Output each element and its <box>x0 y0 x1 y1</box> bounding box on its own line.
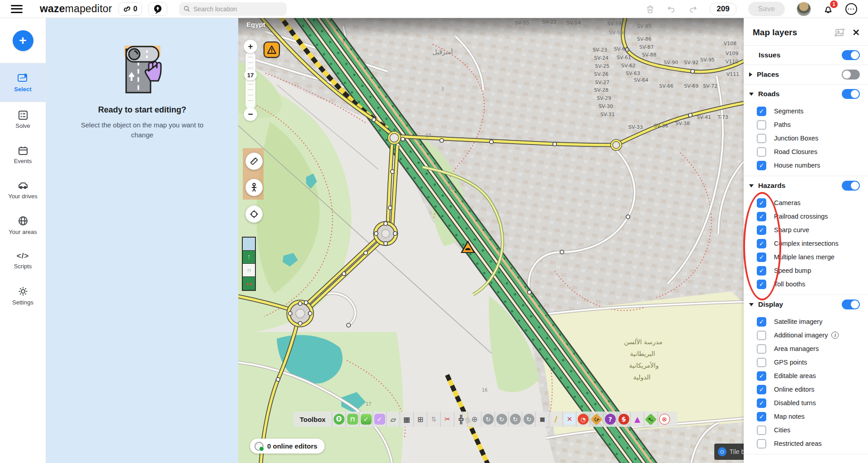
layer-item-gps-points[interactable]: GPS points <box>744 355 868 369</box>
sidebar-item-events[interactable]: Events <box>0 137 46 173</box>
map-canvas[interactable]: SV-58 SV-85 SV-59 SV-86 SV-87 SV-88 SV-6… <box>238 18 744 463</box>
hazards-toggle[interactable] <box>842 181 860 191</box>
app-logo[interactable]: wazemapeditor <box>40 3 112 15</box>
map-issues-warning-button[interactable] <box>264 42 280 58</box>
toolbox-icon-roundabout-2[interactable]: ↻ <box>495 412 508 427</box>
sidebar-item-your-areas[interactable]: Your areas <box>0 208 46 243</box>
hamburger-menu-icon[interactable] <box>11 5 23 13</box>
checkbox[interactable] <box>757 212 766 221</box>
toolbox-icon-purple-check[interactable]: ✓ <box>373 412 386 427</box>
toolbox-icon-delete-restrictions[interactable]: ✕ <box>562 412 576 427</box>
tile-buffer-button[interactable]: ⊙ Tile bu <box>714 444 744 460</box>
permalink-button[interactable]: 0 <box>118 2 142 16</box>
caret-down-icon[interactable] <box>749 303 754 306</box>
layer-item-complex-intersections[interactable]: Complex intersections <box>744 237 868 250</box>
zoom-level-badge[interactable]: 17 <box>244 70 257 80</box>
toolbox-icon-copy-segments[interactable]: ⊞ <box>413 412 427 427</box>
close-icon[interactable]: ✕ <box>852 27 860 38</box>
toolbox-icon-closure-clock[interactable]: ◔ <box>576 412 590 427</box>
layer-item-restricted-areas[interactable]: Restricted areas <box>744 437 868 450</box>
imagery-swap-icon[interactable] <box>834 28 845 37</box>
layer-section-places[interactable]: Places <box>744 65 868 84</box>
speed-bump-hazard-marker[interactable] <box>461 240 475 253</box>
layer-section-roads[interactable]: Roads <box>744 84 868 103</box>
checkbox[interactable] <box>757 344 766 354</box>
issues-toggle[interactable] <box>842 50 860 60</box>
save-button[interactable]: Save <box>748 2 785 16</box>
places-toggle[interactable] <box>842 70 860 80</box>
layer-item-online-editors[interactable]: Online editors <box>744 383 868 396</box>
layer-item-sharp-curve[interactable]: Sharp curve <box>744 223 868 237</box>
toolbox-icon-uturn-orange[interactable]: ↺ <box>590 412 603 427</box>
toolbox-icon-roundabout-1[interactable]: ↻ <box>481 412 495 427</box>
redo-icon[interactable] <box>688 5 698 14</box>
locate-me-button[interactable] <box>245 206 263 223</box>
messages-icon[interactable]: ··· <box>845 3 857 15</box>
toolbox-icon-measure-ruler[interactable]: ▱ <box>386 412 400 427</box>
layer-item-cameras[interactable]: Cameras <box>744 196 868 210</box>
checkbox[interactable] <box>757 358 766 367</box>
checkbox[interactable] <box>757 198 766 208</box>
toolbox-icon-broom[interactable]: ∕ <box>549 412 562 427</box>
search-box[interactable] <box>179 2 287 16</box>
checkbox[interactable] <box>757 317 766 327</box>
street-view-button[interactable] <box>245 179 263 196</box>
checkbox[interactable] <box>757 426 766 435</box>
toolbox-icon-question[interactable]: ? <box>603 412 617 427</box>
toolbox-icon-scissors[interactable]: ✂ <box>440 412 454 427</box>
checkbox[interactable] <box>757 266 766 276</box>
checkbox[interactable] <box>757 398 766 408</box>
toolbox-icon-script-power[interactable]: ʘ <box>332 412 345 427</box>
checkbox[interactable] <box>757 385 766 394</box>
caret-down-icon[interactable] <box>749 93 754 96</box>
add-new-button[interactable]: + <box>13 30 33 51</box>
feedback-button[interactable] <box>148 2 167 16</box>
sidebar-item-scripts[interactable]: </> Scripts <box>0 243 46 278</box>
layer-item-cities[interactable]: Cities <box>744 423 868 437</box>
layer-item-map-notes[interactable]: Map notes <box>744 410 868 423</box>
checkbox[interactable] <box>757 239 766 248</box>
checkbox[interactable] <box>757 147 766 157</box>
checkbox[interactable] <box>757 161 766 170</box>
layer-item-toll-booths[interactable]: Toll booths <box>744 277 868 291</box>
user-avatar[interactable] <box>797 2 811 16</box>
edit-count-badge[interactable]: 209 <box>710 3 736 15</box>
info-icon[interactable] <box>831 332 839 339</box>
layer-item-disabled-turns[interactable]: Disabled turns <box>744 396 868 410</box>
search-input[interactable] <box>193 5 275 13</box>
sidebar-item-solve[interactable]: Solve <box>0 102 46 137</box>
checkbox[interactable] <box>757 107 766 116</box>
roads-toggle[interactable] <box>842 89 860 99</box>
measure-tool-button[interactable] <box>245 153 263 170</box>
zoom-slider[interactable]: 17 <box>245 51 255 109</box>
toolbox-icon-triangle-magenta[interactable]: ▲ <box>630 412 644 427</box>
notifications-button[interactable]: 1 <box>823 4 834 14</box>
layer-item-segments[interactable]: Segments <box>744 104 868 118</box>
layer-item-junction-boxes[interactable]: Junction Boxes <box>744 131 868 145</box>
layer-item-satellite-imagery[interactable]: Satellite imagery <box>744 315 868 328</box>
toolbox-icon-lock-manager[interactable]: ⊓ <box>345 412 359 427</box>
toolbox-icon-split-segment[interactable]: ⇅ <box>427 412 440 427</box>
checkbox[interactable] <box>757 371 766 381</box>
toolbox-icon-polygon[interactable]: ◼ <box>535 412 549 427</box>
checkbox[interactable] <box>757 134 766 143</box>
layer-section-hazards[interactable]: Hazards <box>744 176 868 195</box>
layer-item-area-managers[interactable]: Area managers <box>744 342 868 355</box>
toolbox-icon-no-toll[interactable]: $ <box>617 412 630 427</box>
layer-item-multiple-lanes-merge[interactable]: Multiple lanes merge <box>744 250 868 264</box>
toolbox-icon-uturn-green[interactable]: ↩ <box>644 412 657 427</box>
layer-section-display[interactable]: Display <box>744 295 868 314</box>
display-toggle[interactable] <box>842 299 860 309</box>
toolbox-icon-roundabout-4[interactable]: ↻ <box>522 412 535 427</box>
sidebar-item-settings[interactable]: Settings <box>0 278 46 313</box>
toolbox-icon-segment-table[interactable]: ▦ <box>400 412 413 427</box>
sidebar-item-select[interactable]: Select <box>0 63 46 102</box>
toolbox-icon-roundabout-3[interactable]: ↻ <box>508 412 522 427</box>
caret-right-icon[interactable] <box>749 72 752 77</box>
sidebar-item-your-drives[interactable]: Your drives <box>0 173 46 208</box>
layer-item-road-closures[interactable]: Road Closures <box>744 145 868 159</box>
checkbox[interactable] <box>757 120 766 130</box>
toolbox-icon-validator-check[interactable]: ✓ <box>359 412 373 427</box>
layer-item-paths[interactable]: Paths <box>744 118 868 131</box>
checkbox[interactable] <box>757 225 766 235</box>
